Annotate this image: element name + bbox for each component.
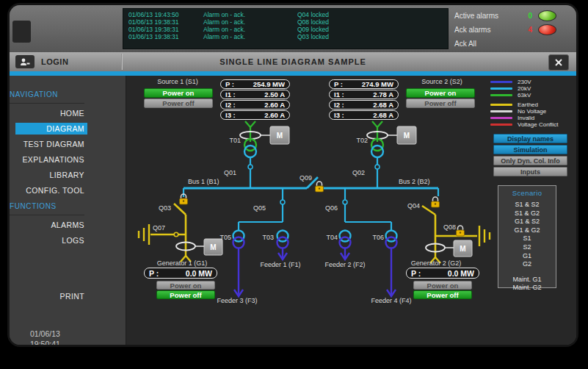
generator1-p-readout: P :0.0 MW [144, 268, 217, 279]
meas-name: I1 : [334, 90, 344, 98]
alarm-detail: Q04 locked [297, 11, 448, 18]
only-dyn-col-info-button[interactable]: Only Dyn. Col. Info [493, 156, 567, 165]
q06-breaker[interactable] [343, 200, 347, 204]
meas-name: I3 : [334, 111, 344, 119]
q02-label: Q02 [352, 169, 365, 176]
sidebar-item-config-tool[interactable]: CONFIG. TOOL [15, 184, 87, 196]
sidebar-item-test-diagram[interactable]: TEST DIAGRAM [15, 138, 87, 150]
q08-padlock-icon[interactable] [457, 226, 465, 236]
ack-alarms-label: Ack alarms [454, 26, 522, 34]
alarm-time: 01/06/13 19:38:31 [128, 33, 203, 40]
alarm-message: Alarm on - ack. [203, 11, 297, 18]
source1-power-on-button[interactable]: Power on [144, 88, 213, 98]
sidebar-item-explanations[interactable]: EXPLANATIONS [15, 154, 87, 165]
source2-power-off-button[interactable]: Power off [406, 98, 475, 108]
bus2-label: Bus 2 (B2) [399, 178, 430, 185]
legend-swatch-invalid [490, 117, 512, 119]
sidebar-item-home[interactable]: HOME [15, 107, 87, 119]
current-time: 19:50:41 [30, 339, 126, 345]
scenario-item-s2[interactable]: S2 [498, 243, 556, 252]
meas-name: I2 : [225, 101, 236, 109]
sidebar-item-logs[interactable]: LOGS [15, 234, 87, 246]
generator1-power-on-button[interactable]: Power on [156, 281, 215, 290]
bezel-notch [12, 21, 31, 43]
t04-secondary-winding [340, 237, 351, 248]
scenario-item-g1[interactable]: G1 [498, 252, 556, 261]
scenario-item-g1s2[interactable]: G1 & S2 [498, 218, 556, 226]
title-bar: LOGIN SINGLE LINE DIAGRAM SAMPLE [10, 52, 576, 71]
scenario-item-s1[interactable]: S1 [498, 234, 556, 243]
legend-label: No Voltage [518, 108, 546, 115]
t01-motor-label: M [277, 132, 283, 140]
source2-p-readout: P :274.9 MW [329, 79, 399, 89]
active-alarms-count: 0 [522, 12, 532, 20]
alarm-message: Alarm on - ack. [203, 26, 297, 33]
alarm-row[interactable]: 01/06/13 19:43:50 Alarm on - ack. Q04 lo… [128, 11, 448, 18]
feeder2-arrow [341, 248, 349, 259]
meas-name: P : [411, 269, 421, 278]
scenario-item-maint-g1[interactable]: Maint. G1 [498, 276, 556, 284]
alarm-row[interactable]: 01/06/13 19:38:31 Alarm on - ack. Q08 lo… [128, 18, 448, 26]
generator1-power-off-button[interactable]: Power off [156, 290, 215, 299]
source1-i2-readout: I2 :2.60 A [220, 100, 290, 110]
alarm-detail: Q08 locked [297, 18, 448, 26]
q08-label: Q08 [443, 223, 456, 231]
legend-swatch-voltage-conflict [490, 123, 512, 126]
scenario-item-g2[interactable]: G2 [498, 260, 556, 269]
alarm-row[interactable]: 01/06/13 19:38:31 Alarm on - ack. Q03 lo… [128, 33, 448, 40]
simulation-button[interactable]: Simulation [493, 145, 567, 154]
source1-power-off-button[interactable]: Power off [144, 98, 213, 108]
q02-breaker[interactable] [375, 165, 380, 169]
meas-name: P : [334, 80, 343, 88]
scenario-item-s1s2[interactable]: S1 & S2 [498, 201, 556, 209]
meas-value: 2.60 A [264, 111, 285, 119]
view-options: Display names Simulation Only Dyn. Col. … [493, 134, 567, 178]
feeder4-arrow [387, 248, 396, 296]
q05-breaker[interactable] [280, 200, 285, 204]
generator2-power-off-button[interactable]: Power off [413, 290, 472, 299]
sidebar-item-print[interactable]: PRINT [15, 290, 87, 302]
t04-label: T04 [326, 234, 338, 241]
source2-power-on-button[interactable]: Power on [406, 88, 475, 98]
t05-secondary-winding [233, 237, 244, 248]
functions-section-header: FUNCTIONS [10, 202, 43, 213]
t06-secondary-winding [386, 237, 397, 248]
generator2-power-on-button[interactable]: Power on [413, 281, 472, 290]
source1-p-readout: P :254.9 MW [220, 79, 290, 89]
t05-label: T05 [219, 234, 231, 241]
alarm-detail: Q09 locked [297, 26, 448, 33]
q03-switch-blade[interactable] [174, 204, 186, 215]
meas-value: 2.78 A [373, 90, 393, 98]
meas-name: I3 : [225, 111, 236, 119]
source2-i3-readout: I3 :2.68 A [329, 110, 399, 120]
meas-value: 2.68 A [373, 101, 393, 109]
inputs-button[interactable]: Inputs [493, 167, 567, 176]
legend-label: 230V [518, 79, 531, 85]
ack-all-button[interactable]: Ack All [454, 40, 476, 48]
scenario-panel: Scenario S1 & S2 S1 & G2 G1 & S2 G1 & G2… [498, 185, 556, 288]
sidebar-item-alarms[interactable]: ALARMS [15, 219, 87, 231]
voltage-legend: 230V 20kV 63kV Earthed No Voltage Invali… [490, 79, 573, 128]
alarm-row[interactable]: 01/06/13 19:38:31 Alarm on - ack. Q09 lo… [128, 26, 448, 33]
close-button[interactable] [548, 54, 569, 71]
g1-motor-label: M [210, 243, 216, 251]
q05-label: Q05 [253, 204, 266, 212]
scenario-item-s1g2[interactable]: S1 & G2 [498, 209, 556, 218]
sidebar-item-library[interactable]: LIBRARY [15, 169, 87, 181]
q04-padlock-icon[interactable] [432, 197, 440, 207]
q09-label: Q09 [300, 174, 312, 182]
scenario-item-maint-g2[interactable]: Maint. G2 [498, 284, 556, 293]
nav-section-header: NAVIGATION [10, 90, 43, 101]
feeder1-arrow [278, 248, 287, 259]
scenario-item-g1g2[interactable]: G1 & G2 [498, 226, 556, 235]
top-bar: 01/06/13 19:43:50 Alarm on - ack. Q04 lo… [10, 5, 576, 52]
alarm-time: 01/06/13 19:38:31 [128, 26, 203, 33]
display-names-button[interactable]: Display names [493, 134, 567, 143]
sidebar-item-diagram[interactable]: DIAGRAM [15, 123, 87, 135]
q07-switch[interactable] [174, 232, 178, 237]
q01-breaker[interactable] [248, 165, 253, 169]
t01-label: T01 [229, 137, 241, 144]
q09-padlock-icon[interactable] [316, 182, 324, 192]
g2-motor-label: M [460, 245, 465, 253]
legend-label: 20kV [518, 85, 531, 92]
